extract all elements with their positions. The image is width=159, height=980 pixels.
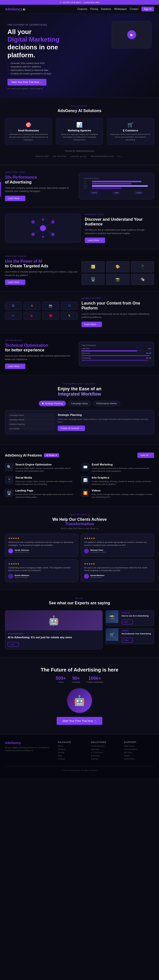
top-banner: 🚀 Get 50% off all plans — Limited time o… <box>0 0 159 5</box>
footer-link-2-3[interactable]: Status <box>124 754 154 757</box>
blog-item-img-0: 📸 <box>106 611 118 623</box>
bar-row-1: Conv. <box>84 183 149 185</box>
ai-create-title: Use the Power of AI to Create Targeted A… <box>5 259 77 268</box>
blog-section: BLOG See what our Experts are saying 🤖 A… <box>0 590 159 657</box>
footer-link-0-0[interactable]: Home <box>58 745 88 747</box>
blog-item-content-0: TUTORIAL How to use AI in Advertising Vi… <box>120 611 150 626</box>
blog-item-read-more-1[interactable]: View → <box>122 638 133 643</box>
performance-cta[interactable]: Learn More → <box>5 196 25 201</box>
features-view-all[interactable]: View All → <box>137 453 154 458</box>
nav-pricing[interactable]: Pricing <box>90 8 98 10</box>
feature-text-3: Info Graphics Create outstanding, stunni… <box>92 476 154 485</box>
blog-item-0: 📸 TUTORIAL How to use AI in Advertising … <box>106 610 154 626</box>
nav-features[interactable]: Features <box>77 8 87 10</box>
testimonial-0: ★★★★★ AdsGency AI has completely transfo… <box>5 534 78 557</box>
footer-link-2-4[interactable]: Community <box>124 758 154 760</box>
ai-create-visual: 🖼️ 🎨 📱 🖥️ 📸 🎭 <box>82 259 154 285</box>
footer-link-0-3[interactable]: Blog <box>58 754 88 757</box>
solutions-tag: SOLUTIONS <box>5 105 154 107</box>
feature-icon-4: 🖥️ <box>5 489 13 497</box>
tech-metric-1: SEO Score98/100 <box>82 352 151 354</box>
cta-stat-label-1: Countries <box>72 681 80 683</box>
hero-cta-button[interactable]: Start Your Free Trial Now → <box>8 79 47 86</box>
blog-read-more[interactable]: View → <box>8 642 19 647</box>
blog-item-tag-0: TUTORIAL <box>122 612 149 614</box>
sidebar-item-3: Ad Creatives <box>8 427 55 431</box>
features-section: AdsGency AI Features AI Tools ✦ View All… <box>0 445 159 506</box>
cta-stat-value-1: 50+ <box>72 676 80 681</box>
node-graph-svg <box>28 217 58 239</box>
hero-video[interactable]: ▶ <box>112 21 151 48</box>
ai-create-cta[interactable]: Learn More → <box>5 280 25 285</box>
platform-meta: 𝕄 <box>61 302 77 310</box>
tech-title: Technical Optimization for better experi… <box>5 343 75 352</box>
feature-text-5: Videos Drive results through data-driven… <box>92 489 154 498</box>
footer-link-1-0[interactable]: Small Business <box>91 745 121 747</box>
solution-title-0: Small Businesses <box>8 129 49 132</box>
workflow-cta[interactable]: Create an Account → <box>58 426 85 431</box>
feature-icon-5: ▶️ <box>81 489 89 497</box>
footer-link-1-2[interactable]: E-Commerce <box>91 751 121 754</box>
tech-metric-0: Load Time0.8s <box>82 348 151 349</box>
footer-link-2-1[interactable]: Documentation <box>124 748 154 750</box>
launch-cta[interactable]: Learn More → <box>82 321 102 327</box>
tech-cta[interactable]: Learn More → <box>5 364 25 369</box>
hero-section: THE FUTURE OF ADVERTISING All your Digit… <box>0 14 159 97</box>
ai-create-desc: Use AI tools to instantly generate high-… <box>5 270 77 277</box>
tech-bar-0 <box>82 350 137 352</box>
footer-link-0-1[interactable]: Features <box>58 748 88 750</box>
launch-section: G A 📷 𝕄 in ▶ 🅟 𝕏 LAUNCH STUDIO Launch yo… <box>0 291 159 333</box>
feature-text-0: Search Engine Optimization Get more traf… <box>15 463 78 473</box>
workflow-step-0[interactable]: Strategic Planning <box>39 401 66 406</box>
feature-item-4: 🖥️ Landing Page Convert visitors and gen… <box>5 489 78 498</box>
cta-stat-1: 50+ Countries <box>72 676 80 683</box>
metric-badge-2: +210% <box>134 191 143 195</box>
tech-bar-1 <box>82 355 150 356</box>
workflow-step-2[interactable]: Performance Metrics <box>93 401 120 406</box>
ai-create-text: Use the Power of AI to Create Targeted A… <box>5 259 77 285</box>
footer-link-1-4[interactable]: Startups <box>91 758 121 760</box>
stars-2: ★★★★★ <box>8 562 75 565</box>
metric-badges: +127% +84% +210% <box>84 191 149 195</box>
feature-item-3: 📊 Info Graphics Create outstanding, stun… <box>81 476 154 485</box>
bar-row-3: CPC <box>84 188 149 189</box>
tech-visual: Page Performance Load Time0.8s SEO Score… <box>79 342 154 366</box>
nav-contact[interactable]: Contact <box>130 8 138 10</box>
sidebar-item-2: Audience Targeting <box>8 422 55 426</box>
footer-link-0-2[interactable]: Pricing <box>58 751 88 754</box>
audience-tag: AUDIENCE TOOL <box>85 213 154 215</box>
footer-link-2-2[interactable]: API Docs <box>124 751 154 754</box>
testimonials-grid: ★★★★★ AdsGency AI has completely transfo… <box>5 534 154 582</box>
avatar-0 <box>8 549 13 554</box>
hero-title: All your Digital Marketing decisions in … <box>8 28 82 59</box>
author-1: Michael Chen E-Commerce Owner <box>84 549 151 554</box>
audience-desc: We help you find & understand your targe… <box>85 228 154 235</box>
bar-row-0: CTR <box>84 181 149 182</box>
feature-title-2: Social Media <box>15 476 78 479</box>
blog-item-read-more-0[interactable]: View → <box>122 620 133 624</box>
testimonials-subtitle: Here's what they have to say about us <box>5 527 154 530</box>
cta-button[interactable]: Start Your Free Trial Now → <box>57 717 103 725</box>
nav-solutions[interactable]: Solutions <box>101 8 111 10</box>
svg-line-7 <box>33 222 43 228</box>
footer-link-2-0[interactable]: Help Center <box>124 745 154 747</box>
footer-link-1-1[interactable]: Agencies <box>91 748 121 750</box>
audience-cta[interactable]: Learn More → <box>85 237 105 243</box>
testimonial-text-3: We saw a 10x improvement in our ad perfo… <box>84 566 151 572</box>
footer-bottom: © 2024 AdsGency AI. All rights reserved. <box>5 766 154 772</box>
audience-visual <box>5 214 81 242</box>
ai-create-inner: Use the Power of AI to Create Targeted A… <box>5 259 154 285</box>
trusted-logo-0: BRAIN DEP <box>35 155 49 158</box>
cta-stat-label-0: Users <box>56 681 66 683</box>
footer-link-1-3[interactable]: Enterprise <box>91 754 121 757</box>
hero-bullets: Generate 100x content since 2023 Integra… <box>8 62 151 75</box>
blog-main: 🤖 AI & ADVERTISING AI In Advertising: It… <box>5 610 154 649</box>
technical-section: OPTIMIZATION Technical Optimization for … <box>0 333 159 375</box>
footer-link-0-4[interactable]: Contact <box>58 758 88 760</box>
nav-sign-in[interactable]: Sign In <box>141 7 154 11</box>
play-button[interactable]: ▶ <box>127 30 136 39</box>
thumb-2: 📱 <box>131 261 154 272</box>
thumb-1: 🎨 <box>106 261 129 272</box>
workflow-step-1[interactable]: Campaign Setup <box>68 401 91 406</box>
nav-whitepaper[interactable]: Whitepaper <box>114 8 127 10</box>
